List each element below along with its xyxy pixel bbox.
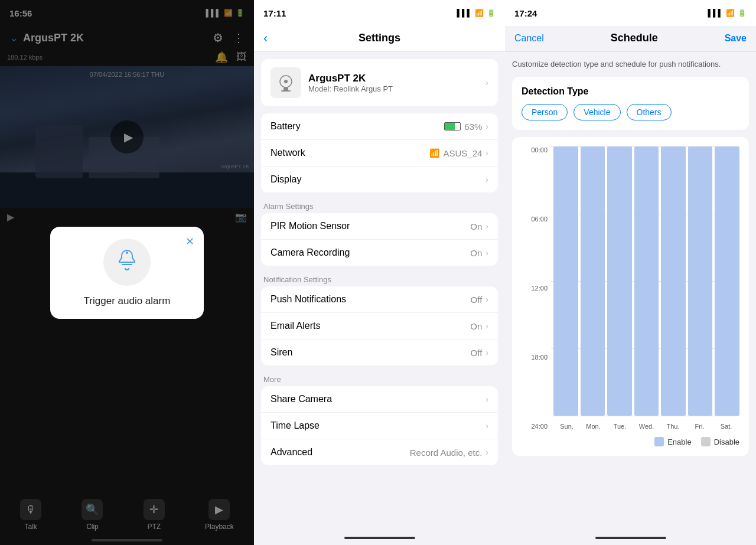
push-value: Off › xyxy=(471,295,488,305)
settings-group-main: Battery 63% › Network 📶 ASUS_24 › xyxy=(261,113,498,192)
settings-row-battery[interactable]: Battery 63% › xyxy=(261,113,498,140)
day-label-sat: Sat. xyxy=(713,423,739,430)
settings-panel: 17:11 ▌▌▌ 📶 🔋 ‹ Settings xyxy=(254,0,505,545)
legend-enable: Enable xyxy=(654,437,691,446)
recording-chevron: › xyxy=(485,248,488,257)
camera-panel: 16:56 ▌▌▌ 📶 🔋 ⌄ ArgusPT 2K ⚙ ⋮ 180.12 kb… xyxy=(0,0,254,545)
pir-value: On › xyxy=(470,221,488,231)
settings-row-siren[interactable]: Siren Off › xyxy=(261,340,498,365)
siren-label: Siren xyxy=(271,347,292,358)
day-col-sun[interactable] xyxy=(553,146,578,416)
tag-person[interactable]: Person xyxy=(522,104,568,120)
network-label: Network xyxy=(271,148,305,158)
schedule-panel: 17:24 ▌▌▌ 📶 🔋 Cancel Schedule Save Custo… xyxy=(505,0,756,545)
modal-title: Trigger audio alarm xyxy=(62,295,192,307)
time-label-3: 18:00 xyxy=(522,354,551,361)
settings-row-network[interactable]: Network 📶 ASUS_24 › xyxy=(261,140,498,167)
settings-row-pir[interactable]: PIR Motion Sensor On › xyxy=(261,213,498,240)
device-info: ArgusPT 2K Model: Reolink Argus PT xyxy=(271,67,393,98)
bars-container xyxy=(553,146,739,416)
pir-label: PIR Motion Sensor xyxy=(271,221,350,231)
save-button[interactable]: Save xyxy=(725,33,747,44)
day-label-thu: Thu. xyxy=(660,423,686,430)
wifi-icon-2: 📶 xyxy=(475,9,484,17)
day-label-mon: Mon. xyxy=(580,423,607,430)
siren-status: Off xyxy=(471,348,483,358)
day-col-wed[interactable] xyxy=(634,146,659,416)
advanced-detail: Record Audio, etc. xyxy=(410,448,483,458)
battery-value: 63% › xyxy=(444,122,488,132)
day-col-mon[interactable] xyxy=(581,146,605,416)
settings-row-push[interactable]: Push Notifications Off › xyxy=(261,286,498,313)
wifi-signal-icon: 📶 xyxy=(429,148,439,158)
home-bar xyxy=(344,537,415,539)
recording-status: On xyxy=(470,248,482,258)
settings-row-email[interactable]: Email Alerts On › xyxy=(261,313,498,340)
device-name: ArgusPT 2K xyxy=(308,73,393,84)
signal-icon-3: ▌▌▌ xyxy=(708,9,723,17)
home-indicator-2 xyxy=(254,531,505,545)
email-chevron: › xyxy=(485,321,488,331)
h-line-4 xyxy=(551,416,739,416)
time-display-3: 17:24 xyxy=(514,8,537,18)
time-display-2: 17:11 xyxy=(263,8,286,18)
schedule-nav-header: Cancel Schedule Save xyxy=(505,26,756,52)
time-label-1: 06:00 xyxy=(522,216,551,223)
modal-icon-container xyxy=(103,239,151,286)
email-value: On › xyxy=(470,321,488,331)
audio-alarm-modal: ✕ Trigger audio alarm xyxy=(50,227,204,319)
device-avatar xyxy=(271,67,301,98)
timelapse-chevron: › xyxy=(485,421,488,430)
schedule-subtitle: Customize detection type and schedule fo… xyxy=(512,59,749,70)
push-chevron: › xyxy=(485,295,488,304)
email-label: Email Alerts xyxy=(271,321,320,331)
day-col-sat[interactable] xyxy=(715,146,739,416)
settings-group-more: Share Camera › Time Lapse › Advanced Rec… xyxy=(261,386,498,465)
chart-legend: Enable Disable xyxy=(522,437,739,446)
settings-row-display[interactable]: Display › xyxy=(261,167,498,192)
settings-row-share[interactable]: Share Camera › xyxy=(261,386,498,413)
detection-tags: Person Vehicle Others xyxy=(522,104,739,120)
email-status: On xyxy=(470,321,482,331)
day-labels: Sun. Mon. Tue. Wed. Thu. Fri. Sat. xyxy=(553,423,739,430)
home-indicator-3 xyxy=(505,531,756,545)
display-label: Display xyxy=(271,174,301,185)
time-label-4: 24:00 xyxy=(522,423,551,430)
schedule-title: Schedule xyxy=(611,32,658,44)
pir-chevron: › xyxy=(485,221,488,231)
tag-others[interactable]: Others xyxy=(627,104,672,120)
day-label-tue: Tue. xyxy=(607,423,633,430)
svg-rect-3 xyxy=(284,87,288,90)
settings-row-timelapse[interactable]: Time Lapse › xyxy=(261,413,498,439)
cancel-button[interactable]: Cancel xyxy=(514,33,544,44)
back-button[interactable]: ‹ xyxy=(263,31,268,46)
status-bar-light: 17:11 ▌▌▌ 📶 🔋 xyxy=(254,0,505,26)
settings-row-recording[interactable]: Camera Recording On › xyxy=(261,240,498,266)
notification-section-label: Notification Settings xyxy=(254,270,505,286)
settings-nav-header: ‹ Settings xyxy=(254,26,505,52)
advanced-value: Record Audio, etc. › xyxy=(410,448,488,458)
network-chevron: › xyxy=(485,148,488,158)
battery-icon-2: 🔋 xyxy=(487,9,496,17)
wifi-icon-3: 📶 xyxy=(726,9,735,17)
siren-chevron: › xyxy=(485,348,488,357)
legend-disable-label: Disable xyxy=(714,438,739,446)
advanced-label: Advanced xyxy=(271,447,312,458)
timelapse-label: Time Lapse xyxy=(271,420,320,431)
legend-enable-label: Enable xyxy=(667,438,691,446)
recording-label: Camera Recording xyxy=(271,247,350,258)
day-col-fri[interactable] xyxy=(688,146,713,416)
day-col-tue[interactable] xyxy=(607,146,632,416)
device-text: ArgusPT 2K Model: Reolink Argus PT xyxy=(308,73,393,93)
settings-row-advanced[interactable]: Advanced Record Audio, etc. › xyxy=(261,439,498,465)
modal-close-button[interactable]: ✕ xyxy=(185,235,194,248)
day-label-fri: Fri. xyxy=(686,423,713,430)
svg-point-2 xyxy=(284,80,288,83)
tag-vehicle[interactable]: Vehicle xyxy=(573,104,620,120)
legend-disable: Disable xyxy=(701,437,739,446)
schedule-chart-card: 00:00 06:00 12:00 18:00 24:00 xyxy=(512,137,749,456)
day-col-thu[interactable] xyxy=(661,146,686,416)
battery-fill xyxy=(445,123,454,130)
battery-indicator xyxy=(444,122,461,130)
device-card[interactable]: ArgusPT 2K Model: Reolink Argus PT › xyxy=(261,59,498,106)
